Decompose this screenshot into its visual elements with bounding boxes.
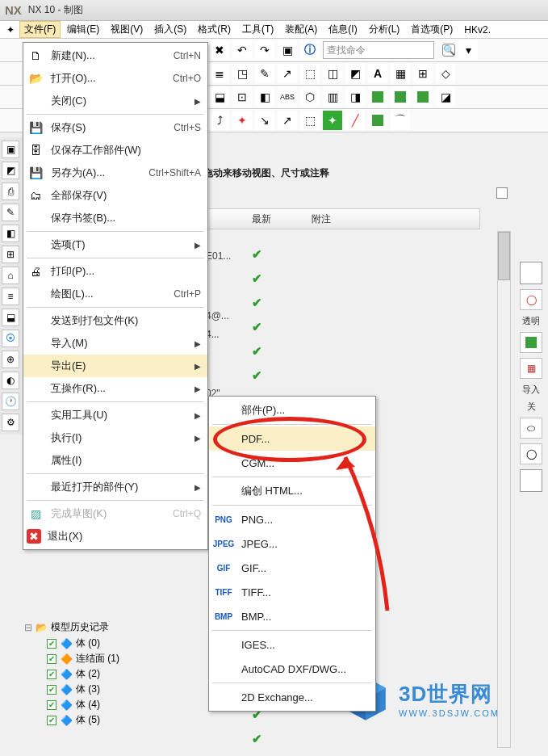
start-icon[interactable]: ✦	[3, 23, 18, 36]
tree-root[interactable]: ⊟ 📂 模型历史记录	[24, 619, 210, 636]
tb2-f[interactable]: ◫	[323, 64, 342, 83]
text-A-icon[interactable]: A	[368, 64, 387, 83]
tb3-j[interactable]: ◪	[436, 87, 455, 107]
menu-exit[interactable]: ✖ 退出(X)	[23, 525, 207, 548]
menu-hk[interactable]: HKv2.	[459, 23, 496, 37]
abs-icon[interactable]: ABS	[278, 87, 297, 107]
menu-tools[interactable]: 工具(T)	[237, 21, 278, 38]
delete-icon[interactable]: ✖	[210, 40, 229, 60]
menu-format[interactable]: 格式(R)	[193, 21, 236, 38]
vertical-scrollbar[interactable]	[497, 231, 511, 748]
tb3-i[interactable]	[413, 87, 433, 107]
tb4-a[interactable]: ⤴	[210, 111, 229, 130]
tree-item[interactable]: ✔🔷体 (0)	[24, 636, 210, 651]
sb-icon[interactable]: ⚙	[2, 414, 19, 431]
menu-view[interactable]: 视图(V)	[106, 21, 148, 38]
tb2-g[interactable]: ◩	[345, 64, 365, 83]
tree-item[interactable]: ✔🔷体 (3)	[24, 682, 210, 697]
tree-item[interactable]: ✔🔷体 (5)	[24, 712, 210, 728]
tree-item[interactable]: ✔🔷体 (2)	[24, 666, 210, 682]
tb4-i[interactable]: ⌒	[391, 111, 410, 130]
menu-save[interactable]: 💾 保存(S) Ctrl+S	[23, 116, 207, 139]
export-bmp[interactable]: BMP BMP...	[209, 604, 375, 628]
collapse-icon[interactable]: ⊟	[24, 622, 32, 633]
menu-edit[interactable]: 编辑(E)	[62, 21, 104, 38]
tb4-d[interactable]: ↗	[278, 111, 297, 130]
checkbox-icon[interactable]: ✔	[47, 654, 56, 664]
checkbox-icon[interactable]: ✔	[47, 716, 56, 725]
tb3-f[interactable]: ◨	[345, 87, 365, 107]
sb-icon[interactable]: ▣	[2, 141, 19, 158]
tb4-c[interactable]: ↘	[255, 111, 274, 130]
tree-item[interactable]: ✔🔷体 (4)	[24, 697, 210, 712]
menu-save-as[interactable]: 💾 另存为(A)... Ctrl+Shift+A	[23, 162, 207, 184]
tb3-d[interactable]: ⬡	[300, 87, 320, 107]
tb2-b[interactable]: ◳	[232, 64, 252, 83]
undo-icon[interactable]: ↶	[232, 40, 252, 60]
tb4-b[interactable]: ✦	[232, 111, 252, 130]
header-recent[interactable]: 最新	[252, 212, 271, 226]
tb4-g[interactable]: ╱	[345, 111, 365, 130]
tb4-e[interactable]: ⬚	[300, 111, 320, 130]
export-part[interactable]: 部件(P)...	[209, 398, 375, 422]
sb-icon[interactable]: ⬓	[2, 309, 19, 326]
export-iges[interactable]: IGES...	[209, 632, 375, 657]
menu-info[interactable]: 信息(I)	[324, 21, 362, 38]
command-finder[interactable]: 查找命令	[323, 41, 434, 59]
sr-box2[interactable]	[520, 469, 542, 492]
export-tiff[interactable]: TIFF TIFF...	[209, 580, 375, 604]
sb-icon[interactable]: ◐	[2, 372, 19, 389]
sb-icon[interactable]: ⊕	[2, 351, 19, 368]
menu-save-all[interactable]: 🗂 全部保存(V)	[23, 184, 207, 207]
tb2-d[interactable]: ↗	[278, 64, 297, 83]
tb3-c[interactable]: ◧	[255, 87, 274, 107]
menu-exec[interactable]: 执行(I) ▶	[23, 426, 207, 449]
menu-interop[interactable]: 互操作(R)... ▶	[23, 377, 207, 400]
menu-plot[interactable]: 绘图(L)... Ctrl+P	[23, 283, 207, 305]
tb2-c[interactable]: ✎	[255, 64, 274, 83]
export-pdf[interactable]: PDF...	[209, 426, 375, 451]
tb3-e[interactable]: ▥	[323, 87, 342, 107]
tb3-g[interactable]	[368, 87, 387, 107]
sr-box[interactable]	[520, 262, 542, 284]
tb2-h[interactable]: ▦	[391, 64, 410, 83]
menu-insert[interactable]: 插入(S)	[149, 21, 191, 38]
menu-print[interactable]: 🖨 打印(P)...	[23, 260, 207, 283]
menu-import[interactable]: 导入(M) ▶	[23, 332, 207, 355]
sb-clock-icon[interactable]: 🕐	[2, 393, 19, 410]
sb-icon[interactable]: ◧	[2, 225, 19, 242]
menu-save-bookmark[interactable]: 保存书签(B)...	[23, 207, 207, 229]
export-gif[interactable]: GIF GIF...	[209, 556, 375, 580]
redo-icon[interactable]: ↷	[255, 40, 274, 60]
tb4-f[interactable]: ✦	[323, 111, 342, 130]
sr-circle-icon[interactable]: ◯	[520, 443, 542, 464]
menu-save-work[interactable]: 🗄 仅保存工作部件(W)	[23, 139, 207, 162]
menu-prefs[interactable]: 首选项(P)	[406, 21, 458, 38]
menu-send-pkg[interactable]: 发送到打包文件(K)	[23, 309, 207, 332]
info-icon[interactable]: ⓘ	[300, 40, 320, 60]
tree-item[interactable]: ✔🔶连结面 (1)	[24, 651, 210, 666]
sr-grid-icon[interactable]: ▦	[520, 358, 542, 379]
corner-checkbox[interactable]	[496, 187, 508, 199]
export-html[interactable]: 编创 HTML...	[209, 479, 375, 503]
menu-export[interactable]: 导出(E) ▶	[23, 355, 207, 377]
scroll-thumb[interactable]	[498, 232, 510, 280]
tb2-i[interactable]: ⊞	[413, 64, 433, 83]
checkbox-icon[interactable]: ✔	[47, 639, 56, 649]
menu-new[interactable]: 🗋 新建(N)... Ctrl+N	[23, 44, 207, 67]
tb3-h[interactable]	[391, 87, 410, 107]
menu-assembly[interactable]: 装配(A)	[280, 21, 322, 38]
tb2-a[interactable]: ≣	[210, 64, 229, 83]
sb-icon[interactable]: ≡	[2, 288, 19, 305]
checkbox-icon[interactable]: ✔	[47, 670, 56, 679]
tb3-b[interactable]: ⊡	[232, 87, 252, 107]
export-dxf[interactable]: AutoCAD DXF/DWG...	[209, 657, 375, 681]
menu-options[interactable]: 选项(T) ▶	[23, 233, 207, 256]
menu-open[interactable]: 📂 打开(O)... Ctrl+O	[23, 67, 207, 90]
sr-cube-icon[interactable]	[520, 332, 542, 353]
header-note[interactable]: 附注	[312, 212, 331, 226]
export-2d-exchange[interactable]: 2D Exchange...	[209, 685, 375, 709]
menu-util[interactable]: 实用工具(U) ▶	[23, 404, 207, 426]
checkbox-icon[interactable]: ✔	[47, 700, 56, 710]
checkbox-icon[interactable]: ✔	[47, 685, 56, 695]
